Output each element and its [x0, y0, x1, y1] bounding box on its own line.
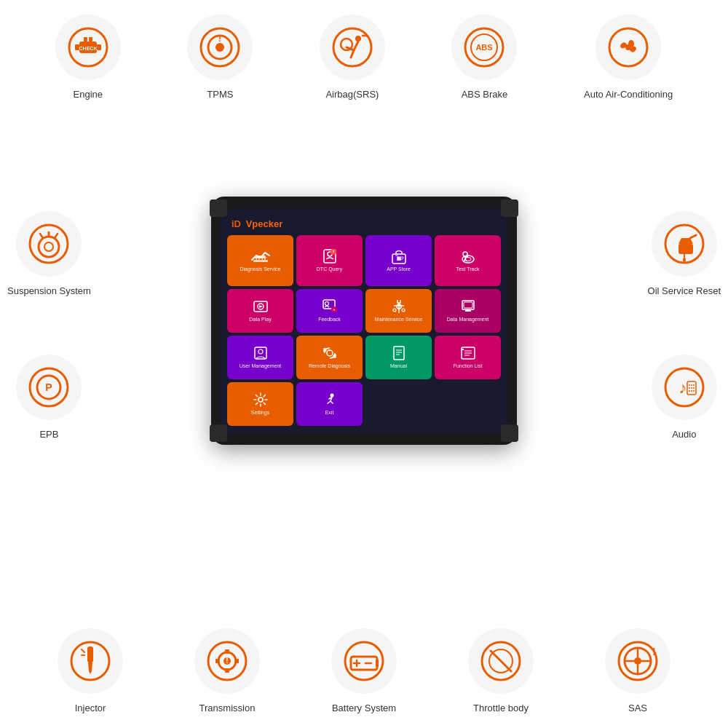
injector-icon-circle: [58, 628, 123, 694]
svg-text:?: ?: [332, 250, 334, 254]
airbag-icon-circle: [320, 15, 385, 80]
app-tile-label: Function List: [454, 363, 483, 369]
remote-icon: [322, 345, 338, 361]
svg-point-94: [330, 394, 333, 397]
svg-line-13: [354, 41, 358, 50]
svg-point-42: [693, 384, 695, 386]
sas-icon-circle: !: [605, 628, 670, 694]
svg-line-34: [690, 235, 696, 238]
svg-point-24: [39, 237, 59, 257]
app-function-list[interactable]: Function List: [435, 336, 501, 379]
app-tile-label: User Management: [240, 363, 282, 369]
abs-label: ABS Brake: [462, 89, 508, 100]
engine-icon-circle: CHECK: [55, 15, 121, 80]
epb-label: EPB: [39, 429, 58, 440]
feature-audio: ♪ Audio: [648, 355, 721, 440]
app-diagnosis-service[interactable]: Diagnosis Service: [227, 235, 293, 286]
epb-icon-circle: P: [16, 355, 82, 420]
app-test-track[interactable]: Test Track: [435, 235, 501, 286]
svg-point-70: [325, 302, 328, 306]
audio-icon-circle: ♪: [652, 355, 717, 420]
top-features-row: CHECK Engine ! TPMS: [0, 15, 728, 100]
app-remote-diagnosis[interactable]: Remote Diagnosis: [296, 336, 363, 379]
svg-line-64: [465, 259, 467, 261]
epb-icon: P: [27, 365, 71, 409]
svg-point-50: [256, 258, 259, 261]
feature-oil: Oil Service Reset: [648, 211, 721, 296]
engine-icon: CHECK: [66, 25, 110, 69]
svg-point-75: [393, 309, 396, 312]
app-tile-label: APP Store: [387, 266, 411, 272]
suspension-icon: [27, 222, 71, 266]
app-tile-label: Maintenance Service: [375, 317, 422, 323]
app-tile-label: Data Play: [249, 317, 271, 323]
svg-line-15: [351, 50, 354, 58]
svg-point-47: [691, 390, 692, 392]
diagnosis-icon: [250, 248, 271, 264]
track-icon: [460, 248, 476, 264]
feature-airbag: Airbag(SRS): [320, 15, 385, 100]
battery-label: Battery System: [332, 703, 396, 713]
tablet-body: iD Vpecker Diagnosis Service: [211, 197, 517, 445]
app-feedback[interactable]: + Feedback: [296, 289, 363, 333]
suspension-label: Suspension System: [7, 285, 91, 296]
app-app-store[interactable]: APP Store: [365, 235, 432, 286]
transmission-icon-circle: !: [194, 628, 260, 694]
svg-point-118: [634, 657, 641, 665]
svg-line-28: [55, 234, 58, 238]
tablet-header: iD Vpecker: [227, 215, 501, 235]
app-exit[interactable]: Exit: [296, 382, 363, 426]
battery-icon-circle: [331, 628, 397, 694]
app-tile-label: Feedback: [318, 317, 341, 323]
sas-label: SAS: [628, 703, 647, 713]
abs-icon: ABS: [462, 25, 506, 69]
tablet-device: iD Vpecker Diagnosis Service: [211, 197, 517, 445]
svg-rect-102: [225, 649, 229, 654]
svg-point-82: [258, 349, 263, 354]
suspension-icon-circle: [16, 211, 82, 277]
app-data-management[interactable]: Data Management: [435, 289, 501, 333]
app-user-management[interactable]: User Management: [227, 336, 293, 379]
feature-battery: Battery System: [331, 628, 397, 713]
svg-point-43: [689, 387, 690, 389]
dtc-icon: ?: [322, 248, 338, 264]
app-tile-label: DTC Query: [317, 266, 342, 272]
engine-label: Engine: [74, 89, 103, 100]
tpms-label: TPMS: [207, 89, 233, 100]
svg-text:!: !: [218, 33, 221, 44]
feature-abs: ABS ABS Brake: [451, 15, 517, 100]
feature-sas: ! SAS: [605, 628, 670, 713]
feature-suspension: Suspension System: [7, 211, 91, 296]
feature-engine: CHECK Engine: [55, 15, 121, 100]
svg-text:!: !: [226, 657, 228, 665]
svg-point-44: [691, 387, 692, 389]
ac-icon-circle: [596, 15, 661, 80]
svg-point-40: [689, 384, 690, 386]
svg-rect-33: [678, 244, 693, 254]
svg-marker-67: [259, 305, 263, 308]
svg-point-48: [693, 390, 695, 392]
app-maintenance[interactable]: Maintenance Service: [365, 289, 432, 333]
funclist-icon: [460, 345, 476, 361]
dataplay-icon: [253, 298, 269, 314]
svg-rect-103: [225, 668, 229, 673]
oil-icon: [662, 222, 706, 266]
oil-label: Oil Service Reset: [648, 285, 721, 296]
app-tile-label: Remote Diagnosis: [309, 363, 350, 369]
app-dtc-query[interactable]: ? DTC Query: [296, 235, 363, 286]
tpms-icon: !: [198, 25, 242, 69]
app-tile-label: Diagnosis Service: [240, 266, 280, 272]
svg-text:!: !: [652, 646, 656, 657]
left-features-col: Suspension System P EPB: [7, 211, 91, 440]
svg-point-9: [215, 43, 224, 52]
app-settings[interactable]: Settings: [227, 382, 293, 426]
app-manual[interactable]: Manual: [365, 336, 432, 379]
app-tile-label: Settings: [251, 410, 269, 416]
bottom-features-row: Injector ! Transmission: [0, 628, 728, 713]
feature-tpms: ! TPMS: [187, 15, 253, 100]
feature-throttle: Throttle body: [468, 628, 534, 713]
svg-text:♪: ♪: [678, 379, 687, 397]
usermgmt-icon: [253, 345, 269, 361]
app-data-play[interactable]: Data Play: [227, 289, 293, 333]
svg-line-27: [40, 234, 43, 238]
